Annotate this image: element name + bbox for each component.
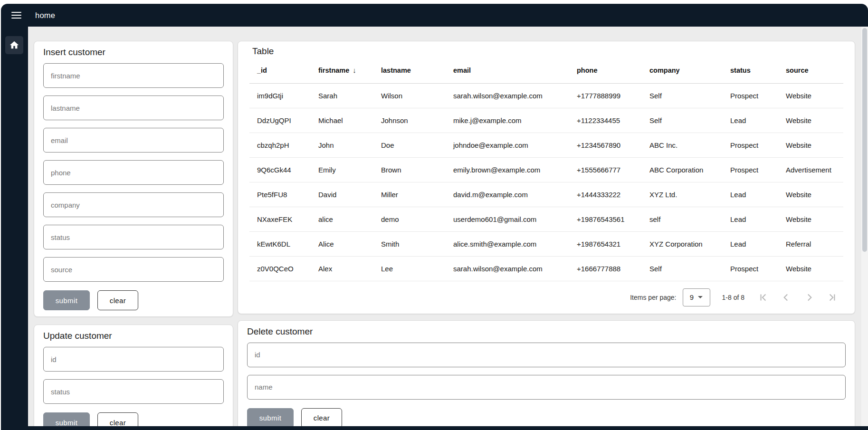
vertical-scrollbar[interactable]: [861, 27, 868, 426]
cell-lastname: Miller: [373, 182, 446, 207]
next-page-button[interactable]: [798, 288, 820, 307]
cell-_id: im9dGtji: [249, 83, 311, 108]
cell-email: johndoe@example.com: [446, 133, 569, 157]
delete-customer-card: Delete customer submit clear: [238, 320, 855, 427]
delete-clear-button[interactable]: clear: [301, 408, 342, 427]
previous-page-button[interactable]: [775, 288, 798, 307]
cell-email: userdemo601@gmail.com: [446, 207, 569, 231]
cell-phone: +1444333222: [569, 182, 642, 207]
home-nav-button[interactable]: [5, 36, 23, 54]
content-area: Insert customer submit clear Update cust…: [28, 27, 861, 426]
cell-lastname: demo: [373, 207, 446, 231]
cell-company: self: [642, 207, 723, 231]
cell-firstname: Alex: [311, 256, 373, 281]
company-input[interactable]: [43, 192, 224, 217]
app-window: home Insert customer submit clear: [1, 4, 868, 430]
cell-status: Prospect: [723, 83, 778, 108]
cell-lastname: Wilson: [373, 83, 446, 108]
delete-customer-title: Delete customer: [247, 326, 846, 337]
cell-status: Lead: [723, 207, 778, 231]
cell-_id: z0V0QCeO: [249, 256, 311, 281]
firstname-input[interactable]: [43, 63, 224, 88]
cell-phone: +1555666777: [569, 157, 642, 182]
table-row: NXaxeFEKalicedemouserdemo601@gmail.com+1…: [249, 207, 843, 231]
email-input[interactable]: [43, 128, 224, 153]
status-input[interactable]: [43, 225, 224, 249]
cell-phone: +1234567890: [569, 133, 642, 157]
cell-_id: cbzqh2pH: [249, 133, 311, 157]
customers-table: _idfirstname↓lastnameemailphonecompanyst…: [249, 57, 843, 281]
table-title: Table: [249, 46, 843, 57]
table-row: kEwtK6DLAliceSmithalice.smith@example.co…: [249, 231, 843, 256]
cell-source: Advertisement: [778, 157, 843, 182]
column-header-phone[interactable]: phone: [569, 57, 642, 83]
last-page-button[interactable]: [820, 288, 843, 307]
column-header-email[interactable]: email: [446, 57, 569, 83]
chevron-left-icon: [780, 291, 792, 304]
cell-source: Website: [778, 133, 843, 157]
id-input[interactable]: [247, 343, 846, 367]
cell-company: Self: [642, 83, 723, 108]
update-clear-button[interactable]: clear: [97, 412, 138, 426]
last-page-icon: [826, 291, 838, 304]
source-input[interactable]: [43, 257, 224, 282]
cell-source: Website: [778, 256, 843, 281]
cell-firstname: alice: [311, 207, 373, 231]
cell-source: Referral: [778, 231, 843, 256]
delete-submit-button[interactable]: submit: [247, 408, 294, 427]
cell-phone: +19876543561: [569, 207, 642, 231]
column-header-firstname[interactable]: firstname↓: [311, 57, 373, 83]
insert-submit-button[interactable]: submit: [43, 290, 90, 310]
scrollbar-thumb[interactable]: [862, 28, 867, 252]
cell-phone: +1666777888: [569, 256, 642, 281]
cell-company: ABC Corporation: [642, 157, 723, 182]
cell-phone: +1987654321: [569, 231, 642, 256]
column-header-company[interactable]: company: [642, 57, 723, 83]
cell-status: Lead: [723, 108, 778, 133]
cell-status: Lead: [723, 231, 778, 256]
table-row: Pte5fFU8DavidMillerdavid.m@example.com+1…: [249, 182, 843, 207]
cell-firstname: Alice: [311, 231, 373, 256]
cell-email: emily.brown@example.com: [446, 157, 569, 182]
cell-_id: 9Q6cGk44: [249, 157, 311, 182]
cell-firstname: Emily: [311, 157, 373, 182]
id-input[interactable]: [43, 347, 224, 372]
cell-lastname: Smith: [373, 231, 446, 256]
status-input[interactable]: [43, 379, 224, 404]
cell-_id: kEwtK6DL: [249, 231, 311, 256]
cell-firstname: David: [311, 182, 373, 207]
insert-clear-button[interactable]: clear: [97, 290, 138, 310]
hamburger-menu-icon[interactable]: [11, 12, 21, 19]
cell-source: Website: [778, 207, 843, 231]
cell-status: Prospect: [723, 157, 778, 182]
column-header-_id[interactable]: _id: [249, 57, 311, 83]
page-size-select[interactable]: 9: [683, 288, 710, 306]
phone-input[interactable]: [43, 160, 224, 185]
paginator: Items per page: 9 1-8 of 8: [249, 281, 843, 314]
cell-firstname: John: [311, 133, 373, 157]
chevron-down-icon: [698, 296, 703, 298]
cell-firstname: Michael: [311, 108, 373, 133]
cell-lastname: Lee: [373, 256, 446, 281]
name-input[interactable]: [247, 375, 846, 400]
lastname-input[interactable]: [43, 96, 224, 120]
cell-lastname: Brown: [373, 157, 446, 182]
cell-lastname: Johnson: [373, 108, 446, 133]
cell-source: Website: [778, 83, 843, 108]
cell-source: Website: [778, 182, 843, 207]
first-page-button[interactable]: [752, 288, 775, 307]
update-customer-card: Update customer submit clear: [34, 325, 233, 426]
cell-_id: Pte5fFU8: [249, 182, 311, 207]
cell-status: Prospect: [723, 133, 778, 157]
cell-email: sarah.wilson@example.com: [446, 83, 569, 108]
cell-lastname: Doe: [373, 133, 446, 157]
column-header-lastname[interactable]: lastname: [373, 57, 446, 83]
table-row: cbzqh2pHJohnDoejohndoe@example.com+12345…: [249, 133, 843, 157]
cell-company: XYZ Corporation: [642, 231, 723, 256]
update-submit-button[interactable]: submit: [43, 412, 90, 426]
column-header-source[interactable]: source: [778, 57, 843, 83]
sidebar: [1, 27, 28, 430]
column-header-status[interactable]: status: [723, 57, 778, 83]
home-icon: [9, 40, 19, 50]
chevron-right-icon: [803, 291, 815, 304]
